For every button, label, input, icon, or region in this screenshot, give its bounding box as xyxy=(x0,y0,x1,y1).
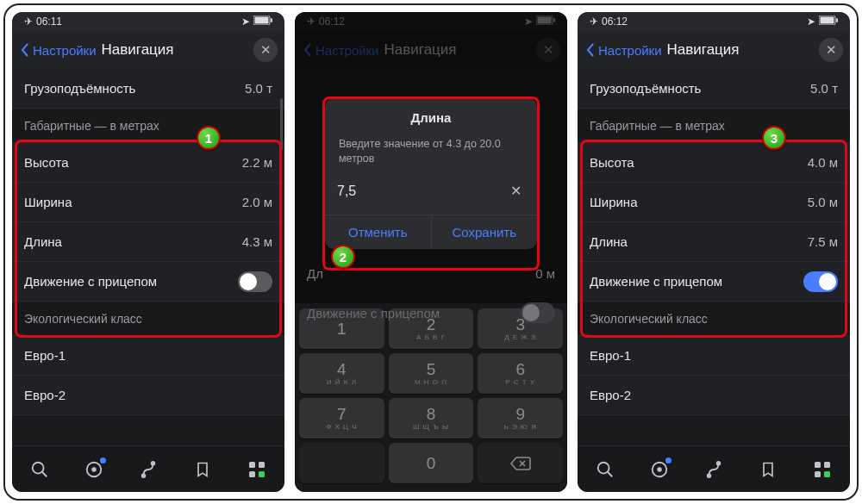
page-title: Навигация xyxy=(102,41,174,59)
height-value: 2.2 м xyxy=(242,155,272,170)
status-time: 06:11 xyxy=(36,16,62,28)
height-value: 4.0 м xyxy=(808,155,838,170)
svg-rect-30 xyxy=(824,471,830,477)
row-width[interactable]: Ширина5.0 м xyxy=(578,183,850,222)
row-capacity[interactable]: Грузоподъёмность5.0 т xyxy=(578,69,850,109)
close-button[interactable]: ✕ xyxy=(253,38,278,62)
svg-rect-28 xyxy=(824,462,830,468)
airplane-icon: ✈ xyxy=(590,16,598,28)
width-value: 2.0 м xyxy=(242,195,272,209)
row-width[interactable]: Ширина2.0 м xyxy=(12,183,284,222)
badge-2: 2 xyxy=(331,245,355,269)
close-button[interactable]: ✕ xyxy=(819,38,843,62)
row-trailer[interactable]: Движение с прицепом xyxy=(12,262,284,302)
length-value: 4.3 м xyxy=(242,234,272,249)
location-icon: ➤ xyxy=(807,16,815,28)
length-label: Длина xyxy=(590,234,628,249)
capacity-value: 5.0 т xyxy=(810,81,838,96)
section-dimensions: Габаритные — в метрах xyxy=(12,109,284,143)
battery-icon xyxy=(819,16,838,28)
row-euro2[interactable]: Евро-2 xyxy=(578,376,850,415)
svg-rect-1 xyxy=(255,17,269,24)
status-time: 06:12 xyxy=(602,16,628,28)
trailer-toggle[interactable] xyxy=(803,271,838,292)
svg-rect-2 xyxy=(271,18,272,22)
svg-rect-29 xyxy=(815,471,821,477)
compass-icon[interactable] xyxy=(649,459,670,480)
nav-header: Настройки Навигация ✕ xyxy=(12,31,284,69)
width-label: Ширина xyxy=(24,195,72,209)
svg-rect-12 xyxy=(259,471,265,477)
dialog-input[interactable]: 7,5✕ xyxy=(337,177,525,206)
svg-point-6 xyxy=(92,468,96,471)
bookmark-icon[interactable] xyxy=(192,459,213,480)
height-label: Высота xyxy=(590,155,634,170)
svg-point-26 xyxy=(717,461,721,464)
phone-1: ✈06:11 ➤ Настройки Навигация ✕ Грузоподъ… xyxy=(12,12,284,492)
svg-point-7 xyxy=(142,474,146,477)
search-icon[interactable] xyxy=(595,459,615,480)
dialog-title: Длина xyxy=(325,98,537,132)
compass-icon[interactable] xyxy=(84,459,104,480)
svg-rect-20 xyxy=(836,18,838,22)
length-value: 7.5 м xyxy=(808,234,838,249)
row-trailer[interactable]: Движение с прицепом xyxy=(578,262,850,302)
row-height[interactable]: Высота2.2 м xyxy=(12,143,284,183)
row-height[interactable]: Высота4.0 м xyxy=(578,143,850,183)
badge-3: 3 xyxy=(762,126,786,150)
back-button[interactable]: Настройки xyxy=(584,43,662,58)
svg-rect-10 xyxy=(259,462,265,468)
width-label: Ширина xyxy=(590,195,637,209)
back-button[interactable]: Настройки xyxy=(19,43,97,58)
phone-3: ✈06:12 ➤ Настройки Навигация ✕ Грузоподъ… xyxy=(578,12,850,492)
section-dimensions: Габаритные — в метрах xyxy=(578,109,850,143)
length-label: Длина xyxy=(24,234,62,249)
apps-icon[interactable] xyxy=(812,459,833,480)
capacity-label: Грузоподъёмность xyxy=(590,81,701,96)
trailer-label: Движение с прицепом xyxy=(24,274,157,289)
svg-point-3 xyxy=(32,462,43,473)
status-bar: ✈06:12 ➤ xyxy=(578,12,850,31)
row-euro1[interactable]: Евро-1 xyxy=(12,336,284,376)
capacity-label: Грузоподъёмность xyxy=(24,81,135,96)
dialog-hint: Введите значение от 4.3 до 20.0 метров xyxy=(325,132,537,170)
length-dialog: Длина Введите значение от 4.3 до 20.0 ме… xyxy=(325,98,537,249)
width-value: 5.0 м xyxy=(808,195,838,209)
apps-icon[interactable] xyxy=(247,459,267,480)
svg-rect-19 xyxy=(821,17,834,24)
bottom-bar xyxy=(578,445,850,492)
svg-rect-27 xyxy=(815,462,821,468)
row-length[interactable]: Длина4.3 м xyxy=(12,222,284,262)
row-euro2[interactable]: Евро-2 xyxy=(12,376,284,415)
badge-1: 1 xyxy=(197,126,221,150)
svg-line-22 xyxy=(607,471,612,476)
height-label: Высота xyxy=(24,155,69,170)
trailer-toggle[interactable] xyxy=(238,271,272,292)
phone-2: ✈06:12 ➤ Настройки Навигация ✕ Дл0 м Дви… xyxy=(295,12,567,492)
location-icon: ➤ xyxy=(241,16,250,28)
svg-line-4 xyxy=(41,471,47,476)
page-title: Навигация xyxy=(667,41,740,59)
route-icon[interactable] xyxy=(138,459,159,480)
svg-point-8 xyxy=(152,461,155,464)
save-button[interactable]: Сохранить xyxy=(432,215,538,249)
cancel-button[interactable]: Отменить xyxy=(325,215,432,249)
trailer-toggle-dim xyxy=(521,302,555,323)
dialog-value: 7,5 xyxy=(337,184,356,199)
svg-point-25 xyxy=(708,474,711,477)
search-icon[interactable] xyxy=(29,459,50,480)
trailer-label: Движение с прицепом xyxy=(590,274,722,289)
row-capacity[interactable]: Грузоподъёмность5.0 т xyxy=(12,69,284,109)
capacity-value: 5.0 т xyxy=(245,81,272,96)
scrollbar[interactable] xyxy=(280,98,283,150)
bottom-bar xyxy=(12,445,284,492)
clear-icon[interactable]: ✕ xyxy=(506,182,525,201)
svg-rect-9 xyxy=(249,462,255,468)
svg-point-21 xyxy=(597,462,609,473)
row-euro1[interactable]: Евро-1 xyxy=(578,336,850,376)
row-length[interactable]: Длина7.5 м xyxy=(578,222,850,262)
route-icon[interactable] xyxy=(703,459,724,480)
bookmark-icon[interactable] xyxy=(758,459,778,480)
status-bar: ✈06:11 ➤ xyxy=(12,12,284,31)
section-eco: Экологический класс xyxy=(12,302,284,336)
